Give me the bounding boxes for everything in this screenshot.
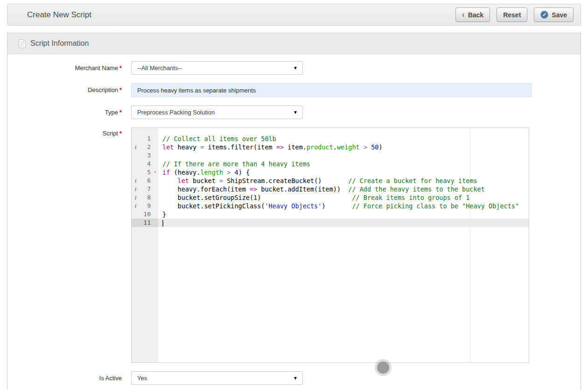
- section-title: Script Information: [30, 39, 89, 48]
- fold-caret-icon[interactable]: ▾: [152, 168, 158, 177]
- save-button-label: Save: [552, 11, 567, 19]
- description-row: Description*: [7, 83, 581, 97]
- dropdown-arrow-icon: ▼: [293, 110, 298, 115]
- dropdown-arrow-icon: ▼: [293, 376, 298, 381]
- description-input[interactable]: [131, 83, 532, 97]
- merchant-name-select[interactable]: --All Merchants-- ▼: [131, 61, 303, 75]
- type-label: Type*: [7, 106, 131, 119]
- gutter-line-info[interactable]: i9: [132, 202, 158, 210]
- code-line[interactable]: [158, 151, 529, 160]
- type-select[interactable]: Preprocess Packing Solution ▼: [131, 106, 303, 119]
- line-number: 3: [140, 151, 152, 160]
- gutter-line[interactable]: 3: [132, 151, 158, 160]
- code-line[interactable]: let heavy = items.filter(item => item.pr…: [158, 143, 529, 151]
- code-line[interactable]: // If there are more than 4 heavy items: [158, 160, 529, 168]
- back-button-label: Back: [468, 11, 483, 19]
- code-line[interactable]: bucket.setPickingClass('Heavy Objects') …: [158, 202, 529, 210]
- script-label: Script*: [7, 128, 131, 363]
- script-editor[interactable]: 1i2345▾i6i7i8i91011 // Collect all items…: [131, 128, 529, 363]
- script-row: Script* 1i2345▾i6i7i8i91011 // Collect a…: [7, 128, 581, 363]
- document-icon: [19, 39, 26, 48]
- line-number: 9: [140, 202, 152, 210]
- merchant-name-label: Merchant Name*: [7, 61, 131, 75]
- editor-code[interactable]: // Collect all items over 50lblet heavy …: [158, 128, 529, 362]
- page-title: Create New Script: [27, 10, 91, 20]
- code-line[interactable]: }: [158, 210, 529, 219]
- line-number: 10: [140, 210, 152, 219]
- code-line[interactable]: heavy.forEach(item => bucket.addItem(ite…: [158, 185, 529, 193]
- gutter-line-info[interactable]: i8: [132, 193, 158, 202]
- gutter-line[interactable]: 5▾: [132, 168, 158, 177]
- info-icon: i: [132, 193, 140, 202]
- line-number: 8: [140, 193, 152, 202]
- line-number: 6: [140, 177, 152, 185]
- check-circle-icon: ✓: [540, 11, 548, 19]
- line-number: 7: [140, 185, 152, 193]
- code-line[interactable]: let bucket = ShipStream.createBucket() /…: [158, 177, 529, 185]
- script-form: Merchant Name* --All Merchants-- ▼ Descr…: [7, 54, 581, 385]
- code-line[interactable]: bucket.setGroupSize(1) // Break items in…: [158, 193, 529, 202]
- is-active-value: Yes: [137, 375, 147, 382]
- type-value: Preprocess Packing Solution: [137, 109, 215, 116]
- info-icon: i: [132, 143, 140, 151]
- editor-gutter: 1i2345▾i6i7i8i91011: [132, 128, 158, 362]
- is-active-row: Is Active Yes ▼: [7, 371, 581, 385]
- info-icon: i: [132, 177, 140, 185]
- gutter-line-info[interactable]: i7: [132, 185, 158, 193]
- required-marker: *: [119, 130, 122, 137]
- toolbar-buttons: ‹ Back Reset ✓ Save: [455, 7, 574, 22]
- dropdown-arrow-icon: ▼: [293, 65, 298, 71]
- code-line[interactable]: if (heavy.length > 4) {: [158, 168, 529, 177]
- merchant-name-value: --All Merchants--: [137, 64, 182, 71]
- panel-header: Script Information: [7, 33, 581, 54]
- gutter-line[interactable]: 4: [132, 160, 158, 168]
- reset-button[interactable]: Reset: [497, 7, 527, 22]
- reset-button-label: Reset: [503, 11, 521, 19]
- line-number: 5: [140, 168, 152, 177]
- gutter-line-info[interactable]: i2: [132, 143, 158, 151]
- gutter-line[interactable]: 11: [132, 219, 158, 227]
- info-icon: i: [132, 202, 140, 210]
- text-cursor: [162, 220, 163, 227]
- gutter-line-info[interactable]: i6: [132, 177, 158, 185]
- info-icon: i: [132, 185, 140, 193]
- line-number: 11: [140, 219, 152, 227]
- merchant-name-row: Merchant Name* --All Merchants-- ▼: [7, 61, 581, 75]
- editor-resize-handle[interactable]: [377, 362, 389, 374]
- code-line[interactable]: // Collect all items over 50lb: [158, 135, 529, 143]
- gutter-line[interactable]: 10: [132, 210, 158, 219]
- type-row: Type* Preprocess Packing Solution ▼: [7, 106, 581, 119]
- code-line[interactable]: [158, 219, 529, 227]
- is-active-label: Is Active: [7, 371, 131, 385]
- description-label: Description*: [7, 83, 131, 97]
- chevron-left-icon: ‹: [462, 10, 465, 19]
- required-marker: *: [119, 86, 122, 93]
- line-number: 2: [140, 143, 152, 151]
- line-number: 1: [140, 135, 152, 143]
- gutter-line[interactable]: 1: [132, 135, 158, 143]
- required-marker: *: [119, 109, 122, 116]
- is-active-select[interactable]: Yes ▼: [131, 371, 303, 385]
- script-information-panel: Script Information Merchant Name* --All …: [7, 33, 581, 390]
- page-header: Create New Script ‹ Back Reset ✓ Save: [7, 4, 581, 26]
- required-marker: *: [119, 64, 122, 71]
- save-button[interactable]: ✓ Save: [534, 7, 574, 22]
- back-button[interactable]: ‹ Back: [455, 7, 490, 22]
- line-number: 4: [140, 160, 152, 168]
